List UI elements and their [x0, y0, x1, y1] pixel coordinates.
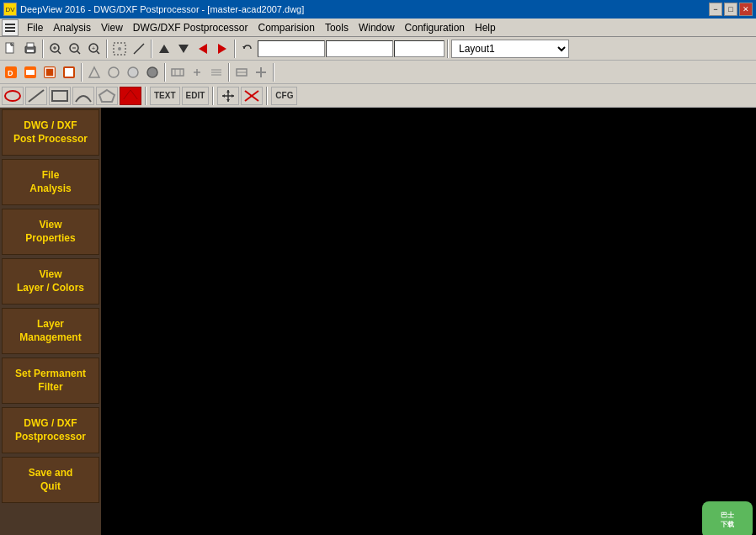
draw-poly-btn[interactable] — [96, 87, 118, 105]
nav-down-button[interactable] — [174, 40, 193, 58]
tb2-btn6[interactable] — [104, 63, 123, 82]
draw-text-btn[interactable]: TEXT — [150, 87, 180, 105]
svg-line-53 — [29, 90, 44, 102]
sidebar-file-analysis[interactable]: FileAnalysis — [2, 159, 99, 205]
layout-selector[interactable]: Layout1 — [451, 40, 569, 58]
menu-bar: File Analysis View DWG/DXF Postprocessor… — [0, 19, 756, 37]
svg-marker-28 — [242, 46, 246, 49]
toolbar-1: + -40429715 -99125180 0.0000 Layout1 — [0, 37, 756, 61]
draw-cfg-btn[interactable]: CFG — [271, 87, 297, 105]
sidebar-view-properties[interactable]: ViewProperties — [2, 209, 99, 255]
svg-point-38 — [109, 67, 119, 77]
sep-3 — [151, 40, 152, 58]
svg-marker-63 — [232, 94, 234, 98]
sep-2 — [106, 40, 108, 58]
coord-y-input[interactable]: -99125180 — [326, 40, 393, 57]
draw-ellipse-btn[interactable] — [2, 87, 24, 105]
menu-file[interactable]: File — [22, 20, 48, 35]
nav-up-button[interactable] — [155, 40, 173, 58]
nav-left-button[interactable] — [194, 40, 212, 58]
svg-rect-0 — [5, 24, 15, 25]
svg-rect-41 — [172, 69, 184, 76]
svg-marker-62 — [222, 94, 225, 98]
window-title: DeepView 2016 - DWG/DXF Postprocessor - … — [20, 4, 304, 14]
tb2-btn3[interactable] — [40, 63, 59, 82]
draw-sep2 — [212, 87, 214, 105]
menu-dwg-dxf[interactable]: DWG/DXF Postprocessor — [128, 20, 253, 35]
menu-tools[interactable]: Tools — [320, 20, 354, 35]
draw-move-btn[interactable] — [217, 87, 239, 105]
minimize-button[interactable]: − — [709, 3, 722, 16]
tb2-btn7[interactable] — [124, 63, 142, 82]
watermark-text: 巴士下载 — [721, 511, 734, 529]
undo-button[interactable] — [238, 40, 257, 58]
tb2-btn12[interactable] — [232, 63, 251, 82]
print-button[interactable] — [21, 40, 40, 58]
draw-arc-btn[interactable] — [72, 87, 94, 105]
tb2-btn4[interactable] — [60, 63, 78, 82]
svg-marker-60 — [226, 90, 230, 93]
zoom-window-button[interactable] — [46, 40, 65, 58]
app-menu-icon[interactable] — [2, 19, 19, 36]
watermark-badge: 巴士下载 — [702, 501, 753, 535]
svg-line-11 — [58, 51, 61, 54]
sidebar-set-permanent-filter[interactable]: Set PermanentFilter — [2, 358, 99, 404]
draw-rect-btn[interactable] — [49, 87, 71, 105]
nav-right-button[interactable] — [213, 40, 232, 58]
svg-line-18 — [97, 51, 99, 54]
menu-configuration[interactable]: Configuration — [400, 20, 470, 35]
tb2-btn10[interactable] — [188, 63, 206, 82]
canvas-area[interactable]: 巴士下载 — [101, 108, 756, 535]
tb2-btn8[interactable] — [143, 63, 162, 82]
svg-marker-27 — [218, 44, 226, 54]
sidebar-dwg-dxf-post[interactable]: DWG / DXFPost Processor — [2, 109, 99, 156]
toolbar-2: D — [0, 61, 756, 84]
tb2-btn5[interactable] — [85, 63, 104, 82]
svg-line-23 — [134, 52, 136, 54]
svg-rect-8 — [27, 50, 34, 52]
svg-marker-24 — [159, 45, 169, 53]
draw-delete-btn[interactable] — [241, 87, 263, 105]
svg-text:D: D — [8, 69, 13, 77]
svg-rect-54 — [52, 91, 67, 101]
new-button[interactable] — [2, 40, 20, 58]
svg-rect-32 — [26, 70, 35, 75]
menu-comparison[interactable]: Comparision — [253, 20, 320, 35]
coord-x-input[interactable]: -40429715 — [258, 40, 325, 57]
svg-line-15 — [77, 51, 80, 54]
draw-toolbar: TEXT EDIT CFG — [0, 84, 756, 108]
svg-marker-25 — [178, 45, 189, 53]
menu-analysis[interactable]: Analysis — [48, 20, 96, 35]
draw-edit-btn[interactable]: EDIT — [182, 87, 210, 105]
tb2-btn1[interactable]: D — [2, 63, 20, 82]
measure-button[interactable] — [130, 40, 148, 58]
sidebar-dwg-dxf-postprocessor[interactable]: DWG / DXFPostprocessor — [2, 407, 99, 453]
maximize-button[interactable]: □ — [724, 3, 737, 16]
svg-marker-55 — [99, 90, 114, 102]
draw-fill-btn[interactable] — [120, 87, 141, 105]
sidebar-view-layer-colors[interactable]: ViewLayer / Colors — [2, 258, 99, 305]
select-button[interactable] — [110, 40, 129, 58]
svg-point-40 — [147, 67, 157, 77]
menu-help[interactable]: Help — [470, 20, 501, 35]
zoom-in-button[interactable]: + — [85, 40, 104, 58]
sep2-2 — [164, 63, 166, 82]
draw-sep3 — [266, 87, 268, 105]
sidebar-layer-management[interactable]: LayerManagement — [2, 308, 99, 354]
draw-line-btn[interactable] — [25, 87, 47, 105]
svg-marker-26 — [199, 44, 207, 54]
sidebar-save-and-quit[interactable]: Save andQuit — [2, 457, 99, 503]
menu-view[interactable]: View — [96, 20, 128, 35]
tb2-btn13[interactable] — [252, 63, 270, 82]
svg-rect-9 — [27, 43, 34, 47]
svg-marker-61 — [226, 99, 230, 102]
sep-4 — [234, 40, 236, 58]
menu-window[interactable]: Window — [354, 20, 400, 35]
tb2-btn9[interactable] — [168, 63, 187, 82]
tb2-btn11[interactable] — [207, 63, 226, 82]
svg-rect-36 — [65, 68, 73, 77]
zoom-out-button[interactable] — [66, 40, 84, 58]
coord-z-input[interactable]: 0.0000 — [394, 40, 445, 57]
tb2-btn2[interactable] — [21, 63, 40, 82]
close-button[interactable]: ✕ — [739, 3, 753, 16]
